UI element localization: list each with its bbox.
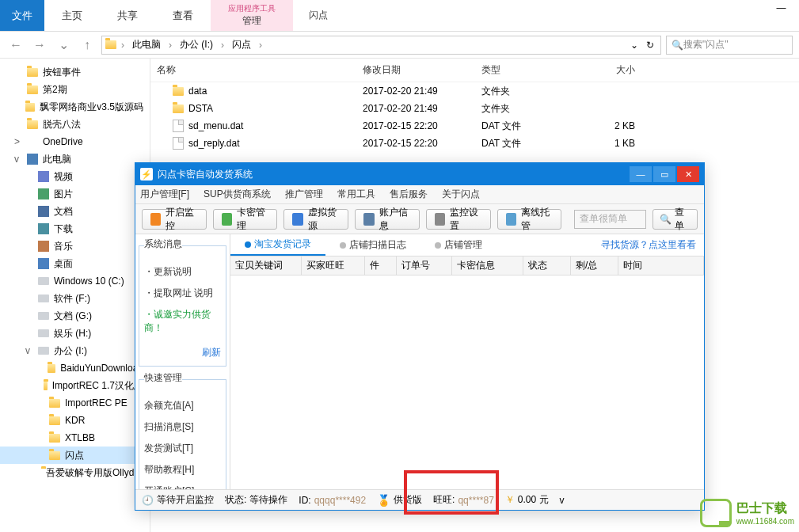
sidebar-item[interactable]: 发货测试[T] [144,442,221,455]
tree-item[interactable]: 图片 [0,185,150,203]
tree-item[interactable]: 桌面 [0,255,150,272]
tree-item[interactable]: ImportREC PE [0,394,150,412]
tree-item[interactable]: 飘零网络商业v3.5版源码 [0,98,150,116]
tree-item[interactable]: 文档 [0,203,150,220]
order-search-input[interactable]: 查单很简单 [574,210,646,229]
tree-item[interactable]: v此电脑 [0,150,150,168]
tree-item[interactable]: 视频 [0,168,150,185]
grid-col[interactable]: 状态 [523,256,571,275]
ribbon-tab-share[interactable]: 共享 [100,0,155,31]
find-source-link[interactable]: 寻找货源？点这里看看 [593,234,704,256]
col-name[interactable]: 名称 [150,63,356,77]
sidebar-item[interactable]: 帮助教程[H] [144,463,221,477]
tab-store-manage[interactable]: 店铺管理 [420,234,497,256]
grid-col[interactable]: 卡密信息 [452,256,523,275]
sd-titlebar[interactable]: ⚡ 闪点卡密自动发货系统 — ▭ ✕ [135,163,704,185]
toolbar-button[interactable]: 虚拟货源 [283,209,348,230]
tab-scan-log[interactable]: 店铺扫描日志 [325,234,420,256]
breadcrumb[interactable]: › 此电脑 › 办公 (I:) › 闪点 › ⌄ ↻ [101,36,661,55]
sidebar-item[interactable]: ・提取网址 说明 [144,287,221,300]
search-icon: 🔍 [660,214,672,225]
ribbon-contextual-tab[interactable]: 应用程序工具 管理 [211,0,293,31]
col-size[interactable]: 大小 [578,63,641,77]
tree-item[interactable]: 软件 (F:) [0,290,150,307]
grid-col[interactable]: 订单号 [397,256,452,275]
file-row[interactable]: DSTA2017-02-20 21:49文件夹 [150,100,799,117]
tree-item[interactable]: 吾爱破解专用版Ollydbg [0,464,150,481]
back-button[interactable]: ← [6,36,25,55]
toolbar-button[interactable]: 开启监控 [142,209,207,230]
breadcrumb-item[interactable]: 此电脑 [129,38,164,51]
grid-col[interactable]: 时间 [618,256,704,275]
sidebar-group-title: 快速管理 [144,371,182,388]
menu-tools[interactable]: 常用工具 [337,188,375,201]
tab-taobao-records[interactable]: 淘宝发货记录 [230,234,325,256]
menu-promo[interactable]: 推广管理 [285,188,323,201]
breadcrumb-item[interactable]: 办公 (I:) [177,38,216,51]
tree-item[interactable]: 下载 [0,220,150,238]
menu-service[interactable]: 售后服务 [390,188,428,201]
grid-col[interactable]: 剩/总 [571,256,618,275]
tree-item[interactable]: 按钮事件 [0,63,150,81]
ribbon-tab-view[interactable]: 查看 [155,0,211,31]
search-input[interactable]: 🔍 搜索"闪点" [666,36,793,55]
bolt-icon: ⚡ [140,168,153,180]
recent-button[interactable]: ⌄ [54,36,73,55]
menu-sup[interactable]: SUP供货商系统 [204,188,271,201]
status-id: ID:qqqq****492 [299,495,366,506]
toolbar-button[interactable]: 卡密管理 [213,209,278,230]
menu-about[interactable]: 关于闪点 [442,188,480,201]
file-row[interactable]: data2017-02-20 21:49文件夹 [150,82,799,100]
sidebar-item[interactable]: 余额充值[A] [144,399,221,412]
tree-item[interactable]: XTLBB [0,429,150,446]
sd-body: 系统消息 ・更新说明 ・提取网址 说明 ・诚邀实力供货商！ 刷新 快速管理 余额… [135,234,704,489]
chevron-right-icon: › [166,40,175,51]
tree-item[interactable]: v办公 (I:) [0,342,150,359]
tree-item[interactable]: 音乐 [0,238,150,255]
status-version: v [560,495,565,506]
toolbar-button[interactable]: 账户信息 [355,209,420,230]
refresh-button[interactable]: ↻ [643,40,657,51]
tree-item[interactable]: 闪点 [0,446,150,464]
file-menu[interactable]: 文件 [0,0,44,31]
tree-item[interactable]: Windows 10 (C:) [0,272,150,290]
tree-item[interactable]: 第2期 [0,81,150,98]
minimize-button[interactable]: — [630,166,652,182]
breadcrumb-item[interactable]: 闪点 [229,38,254,51]
file-row[interactable]: sd_menu.dat2017-02-15 22:20DAT 文件2 KB [150,117,799,135]
col-type[interactable]: 类型 [475,63,578,77]
toolbar-button[interactable]: 监控设置 [426,209,491,230]
maximize-button[interactable]: ▭ [653,166,675,182]
tree-item[interactable]: BaiduYunDownload [0,359,150,377]
up-button[interactable]: ↑ [78,36,97,55]
watermark: 巴士下载 www.11684.com [700,499,794,527]
nav-tree[interactable]: 按钮事件第2期飘零网络商业v3.5版源码脱壳八法>OneDrivev此电脑视频图… [0,59,150,532]
refresh-link[interactable]: 刷新 [144,340,221,359]
dropdown-icon[interactable]: ⌄ [627,40,641,51]
status-state: 状态:等待操作 [225,493,287,507]
tree-item[interactable]: KDR [0,412,150,429]
col-date[interactable]: 修改日期 [356,63,475,77]
toolbar-button[interactable]: 离线托管 [497,209,562,230]
tree-item[interactable]: >OneDrive [0,133,150,150]
forward-button[interactable]: → [30,36,49,55]
sidebar-item[interactable]: ・更新说明 [144,265,221,279]
grid-body[interactable] [230,276,704,489]
menu-user[interactable]: 用户管理[F] [140,188,189,201]
tree-item[interactable]: 娱乐 (H:) [0,325,150,342]
order-search-button[interactable]: 🔍查单 [653,209,698,230]
sidebar-item[interactable]: 扫描消息[S] [144,420,221,434]
status-wait: 🕘等待开启监控 [142,493,214,507]
sidebar-item-green[interactable]: ・诚邀实力供货商！ [144,308,221,335]
tree-item[interactable]: 脱壳八法 [0,116,150,133]
minimize-button[interactable]: — [763,0,799,16]
tree-item[interactable]: ImportREC 1.7汉化版 [0,377,150,394]
tree-item[interactable]: 文档 (G:) [0,307,150,325]
ribbon-tab-home[interactable]: 主页 [44,0,100,31]
grid-col[interactable]: 买家旺旺 [302,256,365,275]
close-button[interactable]: ✕ [677,166,699,182]
grid-col[interactable]: 宝贝关键词 [230,256,302,275]
file-row[interactable]: sd_reply.dat2017-02-15 22:20DAT 文件1 KB [150,135,799,152]
grid-col[interactable]: 件 [365,256,397,275]
watermark-text: 巴士下载 [736,500,787,517]
